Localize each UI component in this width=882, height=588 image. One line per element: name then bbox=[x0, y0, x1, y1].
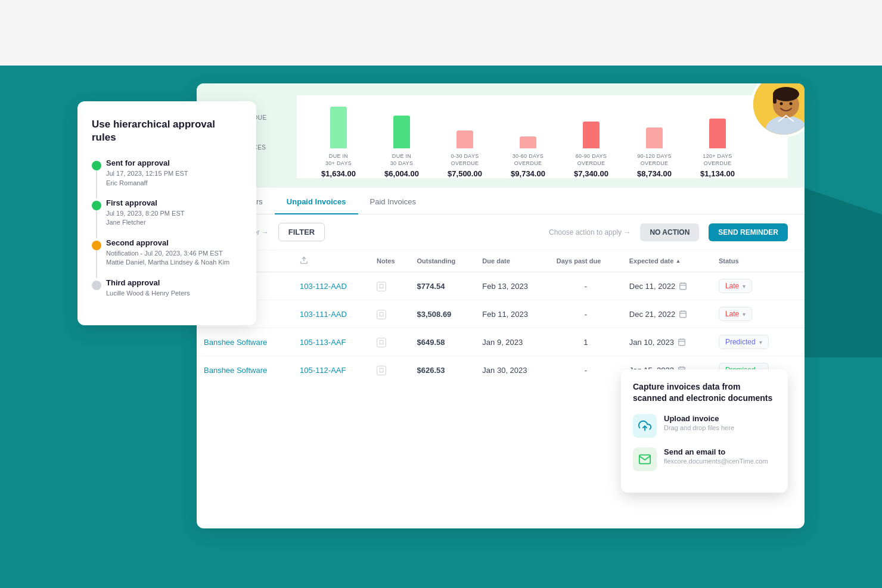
note-icon[interactable]: ☐ bbox=[377, 338, 386, 347]
invoice-table: Invoice ⬆ Notes Outstanding Due date Day… bbox=[197, 250, 805, 381]
chart-bar-wrap-1 bbox=[393, 101, 410, 148]
chevron-down-icon: ▾ bbox=[743, 311, 746, 318]
table-body: Angelhead103-112-AAD☐$774.54Feb 13, 2023… bbox=[197, 272, 805, 382]
chart-bar-wrap-6 bbox=[709, 101, 726, 148]
invoice-number[interactable]: 105-112-AAF bbox=[293, 356, 369, 382]
approval-step-3: Third approvalLucille Wood & Henry Peter… bbox=[92, 278, 242, 298]
approval-step-0: Sent for approvalJul 17, 2023, 12:15 PM … bbox=[92, 158, 242, 188]
email-title: Send an email to bbox=[664, 447, 768, 456]
status-badge[interactable]: Predicted ▾ bbox=[719, 335, 769, 349]
days-past-due: - bbox=[549, 356, 622, 382]
step-dot-1 bbox=[92, 201, 101, 210]
chart-label-0: DUE IN30+ DAYS bbox=[325, 153, 352, 167]
step-dot-3 bbox=[92, 281, 101, 290]
capture-panel-title: Capture invoices data from scanned and e… bbox=[633, 381, 776, 405]
email-icon bbox=[633, 447, 657, 471]
customer-name[interactable]: Banshee Software bbox=[197, 356, 293, 382]
col-status: Status bbox=[712, 250, 805, 272]
capture-panel: Capture invoices data from scanned and e… bbox=[621, 369, 788, 493]
upload-sub: Drag and drop files here bbox=[664, 424, 734, 431]
approval-step-1: First approvalJul 19, 2023, 8:20 PM ESTJ… bbox=[92, 198, 242, 228]
outstanding-amount: $626.53 bbox=[410, 356, 476, 382]
upload-icon bbox=[633, 414, 657, 438]
invoice-number[interactable]: 103-111-AAD bbox=[293, 300, 369, 328]
upload-title: Upload invoice bbox=[664, 414, 734, 423]
note-icon[interactable]: ☐ bbox=[377, 310, 386, 319]
chart-amount-2: $7,500.00 bbox=[448, 169, 482, 178]
chart-bar-wrap-4 bbox=[583, 101, 600, 148]
chart-bar-wrap-5 bbox=[646, 101, 663, 148]
email-option[interactable]: Send an email to flexcore.documents@icen… bbox=[633, 447, 776, 471]
tab-unpaid-invoices[interactable]: Unpaid Invoices bbox=[275, 190, 358, 214]
status-badge[interactable]: Late ▾ bbox=[719, 307, 752, 321]
status-cell: Late ▾ bbox=[712, 300, 805, 328]
step-dot-0 bbox=[92, 161, 101, 170]
due-date: Jan 30, 2023 bbox=[475, 356, 549, 382]
send-reminder-button[interactable]: SEND REMINDER bbox=[709, 223, 788, 241]
col-days-past-due: Days past due bbox=[549, 250, 622, 272]
chart-amount-0: $1,634.00 bbox=[321, 169, 356, 178]
svg-rect-5 bbox=[680, 312, 687, 318]
days-past-due: - bbox=[549, 300, 622, 328]
invoice-number[interactable]: 103-112-AAD bbox=[293, 272, 369, 300]
step-meta-1: Jul 19, 2023, 8:20 PM EST bbox=[106, 209, 242, 218]
days-past-due: 1 bbox=[549, 328, 622, 356]
notes-cell[interactable]: ☐ bbox=[369, 328, 409, 356]
chart-bar-wrap-3 bbox=[520, 101, 536, 148]
calendar-icon[interactable] bbox=[679, 310, 687, 318]
chart-col-4: 60-90 DAYSOVERDUE$7,340.00 bbox=[561, 101, 621, 178]
approval-card-title: Use hierarchical approval rules bbox=[92, 118, 242, 144]
calendar-icon[interactable] bbox=[678, 338, 686, 346]
chart-label-4: 60-90 DAYSOVERDUE bbox=[576, 153, 607, 167]
chart-bars: DUE IN30+ DAYS$1,634.00DUE IN30 DAYS$6,0… bbox=[297, 95, 788, 178]
chart-col-0: DUE IN30+ DAYS$1,634.00 bbox=[309, 101, 368, 178]
svg-rect-25 bbox=[773, 94, 777, 104]
step-meta-2: Notification - Jul 20, 2023, 3:46 PM EST bbox=[106, 249, 242, 258]
chart-bar-2 bbox=[456, 130, 473, 148]
chart-amount-4: $7,340.00 bbox=[574, 169, 608, 178]
chart-bar-6 bbox=[709, 119, 726, 148]
notes-cell[interactable]: ☐ bbox=[369, 356, 409, 382]
chevron-down-icon: ▾ bbox=[759, 339, 762, 346]
col-expected-date: Expected date ▲ bbox=[622, 250, 712, 272]
col-notes: Notes bbox=[369, 250, 409, 272]
step-person-2: Mattie Daniel, Martha Lindsey & Noah Kim bbox=[106, 258, 242, 267]
step-meta-0: Jul 17, 2023, 12:15 PM EST bbox=[106, 169, 242, 178]
step-title-0: Sent for approval bbox=[106, 158, 242, 167]
chart-label-1: DUE IN30 DAYS bbox=[390, 153, 413, 167]
filter-button[interactable]: FILTER bbox=[278, 223, 325, 241]
step-person-0: Eric Romanaff bbox=[106, 179, 242, 188]
chart-bar-0 bbox=[330, 107, 347, 148]
table-row: Angelhead103-111-AAD☐$3,508.69Feb 11, 20… bbox=[197, 300, 805, 328]
step-dot-2 bbox=[92, 241, 101, 250]
step-title-1: First approval bbox=[106, 198, 242, 207]
due-date: Feb 13, 2023 bbox=[475, 272, 549, 300]
approval-step-2: Second approvalNotification - Jul 20, 20… bbox=[92, 238, 242, 267]
chart-label-3: 30-60 DAYSOVERDUE bbox=[513, 153, 544, 167]
tab-paid-invoices[interactable]: Paid Invoices bbox=[358, 190, 428, 214]
status-cell: Late ▾ bbox=[712, 272, 805, 300]
chart-label-5: 90-120 DAYSOVERDUE bbox=[637, 153, 672, 167]
chart-amount-1: $6,004.00 bbox=[384, 169, 419, 178]
status-badge[interactable]: Late ▾ bbox=[719, 279, 752, 293]
chart-col-5: 90-120 DAYSOVERDUE$8,734.00 bbox=[625, 101, 684, 178]
no-action-button[interactable]: NO ACTION bbox=[640, 223, 699, 241]
invoice-number[interactable]: 105-113-AAF bbox=[293, 328, 369, 356]
notes-cell[interactable]: ☐ bbox=[369, 300, 409, 328]
calendar-icon[interactable] bbox=[679, 282, 687, 290]
table-header: Invoice ⬆ Notes Outstanding Due date Day… bbox=[197, 250, 805, 272]
chart-col-6: 120+ DAYSOVERDUE$1,134.00 bbox=[688, 101, 747, 178]
customer-name[interactable]: Banshee Software bbox=[197, 328, 293, 356]
approval-card: Use hierarchical approval rules Sent for… bbox=[77, 101, 256, 325]
outstanding-amount: $649.58 bbox=[410, 328, 476, 356]
table-row: Angelhead103-112-AAD☐$774.54Feb 13, 2023… bbox=[197, 272, 805, 300]
expected-date: Dec 21, 2022 bbox=[622, 300, 712, 328]
status-cell: Predicted ▾ bbox=[712, 328, 805, 356]
note-icon[interactable]: ☐ bbox=[377, 366, 386, 375]
col-upload-icon bbox=[293, 250, 369, 272]
upload-option[interactable]: Upload invoice Drag and drop files here bbox=[633, 414, 776, 438]
notes-cell[interactable]: ☐ bbox=[369, 272, 409, 300]
note-icon[interactable]: ☐ bbox=[377, 282, 386, 291]
chart-amount-3: $9,734.00 bbox=[511, 169, 545, 178]
chart-amount-5: $8,734.00 bbox=[637, 169, 672, 178]
